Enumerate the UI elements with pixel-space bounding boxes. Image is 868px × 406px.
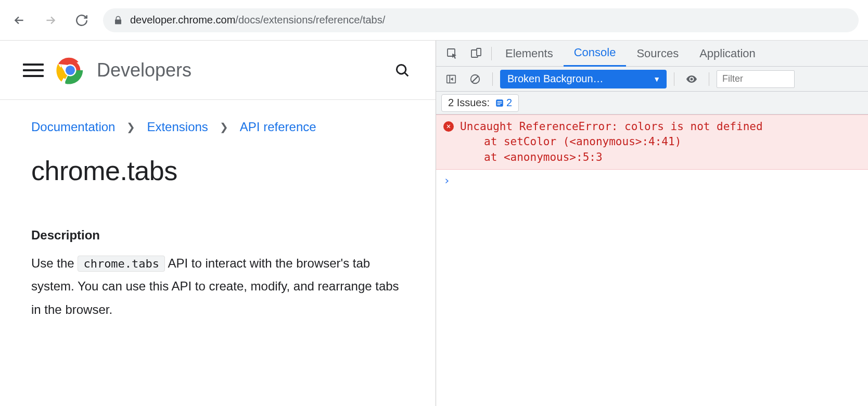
chrome-logo-icon [55,55,85,85]
breadcrumb-link[interactable]: Extensions [147,120,208,134]
console-output: ✕ Uncaught ReferenceError: colors is not… [436,115,868,406]
issue-badge: 2 [495,97,512,109]
tab-console[interactable]: Console [564,41,627,67]
issues-label: 2 Issues: [448,97,490,109]
filter-input[interactable] [717,70,795,88]
context-selector[interactable]: Broken Backgroun… ▼ [500,70,667,88]
devtools-pane: Elements Console Sources Application Bro… [436,41,868,406]
chevron-right-icon: ❯ [220,121,228,133]
error-line: Uncaught ReferenceError: colors is not d… [460,120,763,133]
tab-application[interactable]: Application [689,41,766,67]
console-sidebar-toggle[interactable] [441,69,461,89]
divider [491,47,492,60]
url-path: /docs/extensions/reference/tabs/ [235,14,385,26]
breadcrumb-link[interactable]: API reference [240,120,316,134]
context-selector-label: Broken Backgroun… [507,73,604,85]
lock-icon [113,15,123,26]
url-host: developer.chrome.com [130,14,235,26]
devtools-tabbar: Elements Console Sources Application [436,41,868,67]
site-title: Developers [97,59,192,81]
prompt-caret-icon: › [443,174,450,187]
svg-point-3 [397,65,406,74]
console-toolbar: Broken Backgroun… ▼ [436,67,868,92]
description-text: Use the chrome.tabs API to interact with… [31,252,410,321]
page-title: chrome.tabs [31,155,410,186]
issues-bar: 2 Issues: 2 [436,92,868,115]
clear-console-button[interactable] [465,69,485,89]
page-content-pane: Developers Documentation ❯ Extensions ❯ … [0,41,436,406]
site-header: Developers [0,41,436,100]
search-button[interactable] [392,60,413,81]
error-line: at <anonymous>:5:3 [460,150,763,165]
dropdown-triangle-icon: ▼ [653,75,660,83]
error-line: at setColor (<anonymous>:4:41) [460,134,763,149]
reload-button[interactable] [72,10,92,30]
svg-rect-12 [497,103,502,104]
breadcrumb: Documentation ❯ Extensions ❯ API referen… [31,120,410,134]
issues-pill[interactable]: 2 Issues: 2 [441,94,519,112]
description-label: Description [31,228,410,243]
chevron-right-icon: ❯ [126,121,135,133]
divider [709,72,709,86]
back-button[interactable] [9,10,29,30]
breadcrumb-link[interactable]: Documentation [31,120,115,134]
live-expression-button[interactable] [682,69,701,89]
issues-count: 2 [506,97,512,109]
url-text: developer.chrome.com/docs/extensions/ref… [130,14,385,26]
error-text: Uncaught ReferenceError: colors is not d… [460,119,763,165]
device-toolbar-button[interactable] [464,41,488,67]
divider [492,72,493,86]
console-prompt[interactable]: › [436,170,868,191]
tab-sources[interactable]: Sources [626,41,689,67]
inline-code: chrome.tabs [78,256,165,272]
error-icon: ✕ [443,121,454,132]
svg-rect-11 [497,101,502,102]
inspect-element-button[interactable] [440,41,464,67]
address-bar[interactable]: developer.chrome.com/docs/extensions/ref… [103,8,859,32]
svg-point-9 [691,78,693,80]
tab-elements[interactable]: Elements [495,41,564,67]
svg-point-2 [66,65,75,74]
page-body: Documentation ❯ Extensions ❯ API referen… [0,100,436,321]
browser-toolbar: developer.chrome.com/docs/extensions/ref… [0,0,868,41]
divider [674,72,674,86]
svg-rect-6 [477,48,481,56]
menu-button[interactable] [23,60,44,81]
console-error-message[interactable]: ✕ Uncaught ReferenceError: colors is not… [436,115,868,170]
forward-button[interactable] [41,10,60,30]
description-pre: Use the [31,256,78,270]
svg-rect-13 [497,104,501,105]
